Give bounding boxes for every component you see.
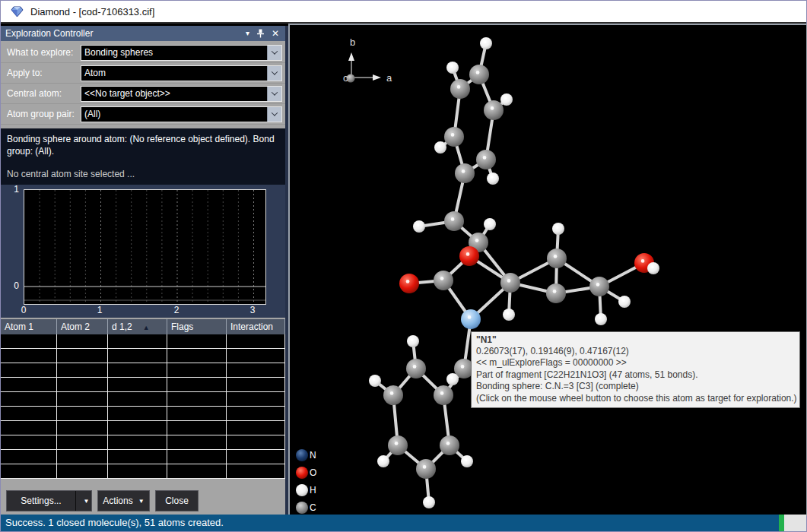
combo-dropdown-arrow-icon[interactable] (267, 66, 281, 81)
table-row[interactable] (1, 378, 285, 392)
window-title: Diamond - [cod-7106313.cif] (30, 6, 154, 17)
atom-sphere-H[interactable] (446, 62, 459, 74)
combo-box-2[interactable]: <<No target object>> (81, 86, 282, 102)
atom-sphere-C[interactable] (455, 163, 475, 183)
column-header-d-1-2[interactable]: d 1,2▲ (108, 319, 167, 334)
atom-sphere-H[interactable] (413, 220, 425, 233)
legend-label-C: C (310, 502, 316, 513)
panel-button-row: Settings... ▼ Actions ▼ Close (6, 490, 199, 511)
column-header-atom-1[interactable]: Atom 1 (1, 319, 57, 334)
atoms (369, 37, 659, 508)
element-legend: NOHC (296, 449, 316, 514)
atom-sphere-H[interactable] (552, 223, 564, 235)
atom-sphere-H[interactable] (407, 335, 419, 347)
table-row[interactable] (1, 407, 285, 421)
table-row[interactable] (1, 435, 285, 450)
combo-box-0[interactable]: Bonding spheres (81, 45, 282, 61)
atom-sphere-C[interactable] (406, 359, 426, 378)
table-row[interactable] (1, 464, 285, 479)
pin-icon[interactable] (256, 29, 265, 38)
table-cell (57, 334, 108, 348)
panel-title-bar[interactable]: Exploration Controller ▾ ✕ (1, 26, 285, 41)
atom-sphere-O[interactable] (399, 274, 419, 293)
atom-sphere-C[interactable] (434, 385, 453, 405)
atom-sphere-C[interactable] (444, 127, 464, 147)
table-cell (57, 363, 108, 377)
atom-sphere-C[interactable] (450, 79, 470, 99)
x-tick-label: 3 (250, 305, 256, 315)
column-header-atom-2[interactable]: Atom 2 (57, 319, 108, 334)
atom-sphere-C[interactable] (388, 435, 408, 455)
atom-sphere-C[interactable] (440, 435, 459, 455)
atom-tooltip-line: << m_ulExploreFlags = 00000000 >> (476, 357, 795, 369)
atom-sphere-H[interactable] (487, 173, 499, 185)
combo-rows: What to explore:Bonding spheresApply to:… (1, 43, 285, 125)
settings-dropdown-arrow[interactable]: ▼ (76, 491, 91, 511)
atom-sphere-H[interactable] (461, 455, 473, 467)
combo-box-3[interactable]: (All) (81, 106, 282, 122)
histogram-plot-area[interactable] (24, 189, 266, 305)
combo-box-1[interactable]: Atom (81, 65, 282, 81)
atom-sphere-H[interactable] (446, 373, 459, 385)
combo-dropdown-arrow-icon[interactable] (267, 46, 281, 60)
table-row[interactable] (1, 421, 285, 435)
table-cell (1, 378, 57, 391)
atom-sphere-C[interactable] (547, 249, 567, 268)
atom-sphere-H[interactable] (484, 218, 496, 230)
atom-sphere-C[interactable] (444, 211, 464, 231)
atom-tooltip-line: 0.26073(17), 0.19146(9), 0.47167(12) (476, 346, 795, 357)
panel-menu-arrow-icon[interactable]: ▾ (246, 26, 249, 41)
atom-sphere-C[interactable] (434, 271, 453, 290)
atom-sphere-C[interactable] (500, 273, 520, 293)
atom-sphere-C[interactable] (416, 459, 436, 479)
y-tick-label: 0 (1, 280, 19, 291)
atom-sphere-H[interactable] (377, 455, 389, 467)
table-cell (227, 435, 285, 449)
atom-sphere-H[interactable] (618, 296, 631, 308)
table-cell (227, 334, 285, 348)
atom-sphere-C[interactable] (469, 65, 489, 84)
atom-sphere-C[interactable] (476, 150, 496, 169)
atom-sphere-C[interactable] (546, 283, 566, 303)
atom-sphere-H[interactable] (434, 141, 446, 154)
table-row[interactable] (1, 349, 285, 363)
combo-dropdown-arrow-icon[interactable] (267, 107, 281, 122)
table-row[interactable] (1, 450, 285, 464)
atom-sphere-H[interactable] (480, 37, 492, 49)
atom-sphere-C[interactable] (484, 100, 504, 120)
atom-sphere-H[interactable] (369, 375, 381, 387)
table-cell (167, 378, 227, 391)
close-panel-icon[interactable]: ✕ (272, 26, 279, 41)
combo-dropdown-arrow-icon[interactable] (267, 87, 281, 101)
atom-sphere-H[interactable] (423, 496, 435, 508)
atom-sphere-H[interactable] (595, 313, 607, 325)
table-cell (57, 450, 108, 464)
actions-button-label: Actions (103, 496, 132, 506)
column-header-interaction[interactable]: Interaction (227, 319, 285, 334)
atom-sphere-NH[interactable] (461, 309, 481, 329)
table-row[interactable] (1, 334, 285, 349)
bonding-sphere-info: Bonding sphere around atom: (No referenc… (7, 133, 279, 157)
caret-down-icon: ▼ (138, 498, 145, 505)
info-area: Bonding sphere around atom: (No referenc… (1, 128, 285, 185)
actions-button[interactable]: Actions ▼ (97, 490, 150, 511)
atom-sphere-H[interactable] (503, 309, 515, 321)
atom-sphere-O[interactable] (459, 246, 479, 266)
table-row[interactable] (1, 363, 285, 378)
atom-sphere-C[interactable] (383, 385, 403, 405)
table-cell (1, 407, 57, 420)
settings-button[interactable]: Settings... (7, 491, 75, 511)
column-header-flags[interactable]: Flags (167, 319, 227, 334)
table-cell (227, 407, 285, 420)
structure-viewport[interactable]: abcNOHC (288, 24, 807, 516)
atom-sphere-H[interactable] (500, 93, 513, 106)
table-row[interactable] (1, 392, 285, 407)
close-button[interactable]: Close (155, 490, 199, 511)
molecule-canvas[interactable]: abcNOHC (290, 25, 806, 515)
table-cell (167, 421, 227, 435)
orientation-axes: abc (343, 36, 392, 84)
legend-sphere-N (296, 449, 308, 461)
atom-sphere-C[interactable] (589, 277, 609, 296)
resize-grip[interactable] (784, 515, 806, 531)
atom-sphere-H[interactable] (647, 262, 659, 274)
